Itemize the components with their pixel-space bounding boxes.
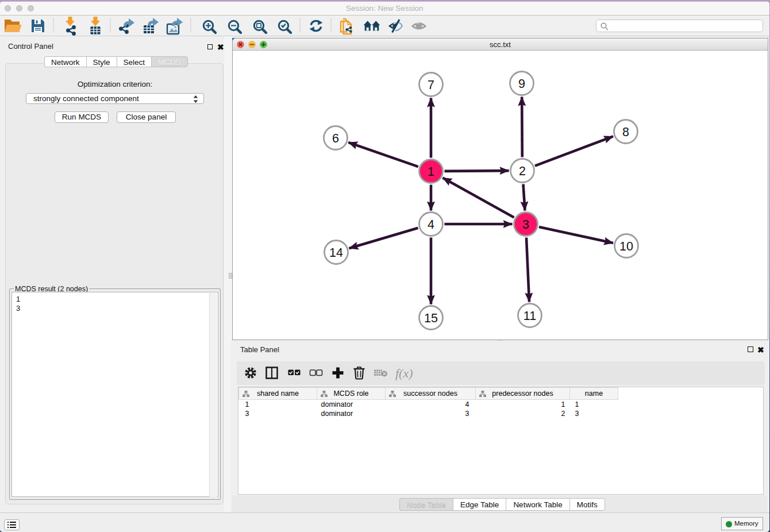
svg-text:3: 3 xyxy=(522,218,529,232)
svg-text:f(x): f(x) xyxy=(395,366,413,380)
svg-text:9: 9 xyxy=(518,77,525,91)
svg-text:15: 15 xyxy=(424,311,438,325)
svg-text:1: 1 xyxy=(428,165,434,179)
svg-text:11: 11 xyxy=(523,309,536,323)
svg-text:14: 14 xyxy=(329,246,343,260)
svg-text:6: 6 xyxy=(332,132,339,145)
svg-text:10: 10 xyxy=(619,240,633,253)
svg-text:2: 2 xyxy=(519,164,526,178)
svg-text:7: 7 xyxy=(428,78,434,92)
svg-text:4: 4 xyxy=(428,218,434,232)
svg-text:8: 8 xyxy=(622,125,629,139)
